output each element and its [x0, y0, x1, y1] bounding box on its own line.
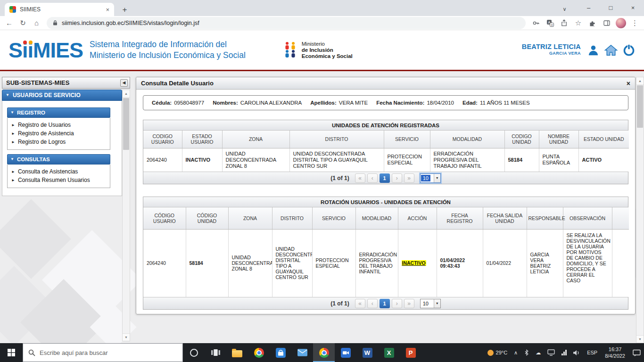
onedrive-cloud-icon[interactable]: ☁ [532, 343, 544, 362]
chrome-pinned-button[interactable] [248, 343, 270, 362]
search-input[interactable] [40, 349, 177, 356]
scrollbar-thumb[interactable] [637, 85, 643, 128]
store-button[interactable] [270, 343, 291, 362]
ministry-text: Ministerio de Inclusión Económica y Soci… [302, 41, 353, 59]
sidebar-item-consultas[interactable]: ▼ CONSULTAS [7, 154, 110, 165]
share-icon[interactable] [558, 17, 570, 29]
paginator-current-page[interactable]: 1 [380, 299, 390, 308]
sidebar-item-registro-de-usuarios[interactable]: ►Registro de Usuarios [9, 121, 108, 129]
sidebar-item-consulta-resumen-usuarios[interactable]: ►Consulta Resumen Usuarios [9, 176, 108, 184]
rows-per-page-select[interactable]: 10 ▼ [420, 173, 441, 183]
file-explorer-button[interactable] [226, 343, 248, 362]
language-indicator[interactable]: ESP [584, 343, 601, 362]
window-maximize-button[interactable]: □ [600, 0, 622, 16]
sidebar-item-registro-de-asistencia[interactable]: ►Registro de Asistencia [9, 129, 108, 138]
arrow-right-icon: ► [11, 140, 15, 144]
paginator-next-button[interactable]: › [392, 173, 402, 183]
chevron-down-icon: ▼ [10, 111, 14, 115]
page-content: SUB-SISTEMAS-MIES ◀ ▼ USUARIOS DE SERVIC… [0, 71, 644, 343]
rows-per-page-select[interactable]: 10 ▼ [420, 299, 441, 308]
start-button[interactable] [0, 343, 23, 362]
profile-avatar[interactable] [614, 17, 627, 29]
window-minimize-button[interactable]: – [578, 0, 600, 16]
arrow-right-icon: ► [11, 178, 15, 182]
window-close-button[interactable]: × [622, 0, 644, 16]
scroll-down-icon[interactable]: ▼ [636, 335, 644, 343]
paginator-first-button[interactable]: « [355, 173, 365, 183]
password-key-icon[interactable] [529, 17, 542, 29]
tab-title: SIIMIES [20, 6, 41, 13]
taskbar-search[interactable] [23, 343, 183, 362]
ministry-logo: Ministerio de Inclusión Económica y Soci… [283, 41, 353, 59]
translate-icon[interactable]: Aa [544, 17, 556, 29]
reload-icon[interactable]: ↻ [17, 17, 29, 29]
taskbar-clock[interactable]: 16:37 8/4/2022 [601, 343, 629, 362]
extensions-puzzle-icon[interactable] [586, 17, 599, 29]
word-button[interactable]: W [356, 343, 378, 362]
clock-date: 8/4/2022 [605, 353, 625, 359]
bookmark-star-icon[interactable]: ☆ [572, 17, 585, 29]
home-icon[interactable]: ⌂ [30, 17, 43, 29]
paginator-first-button[interactable]: « [355, 299, 365, 308]
camera-icon [341, 348, 351, 358]
excel-icon: X [384, 348, 394, 358]
scroll-down-icon[interactable]: ▼ [123, 333, 130, 341]
sidebar-item-usuarios-de-servicio[interactable]: ▼ USUARIOS DE SERVICIO [2, 90, 122, 101]
weather-widget[interactable]: 29°C [484, 343, 511, 362]
mail-button[interactable] [291, 343, 313, 362]
panel-close-icon[interactable]: × [627, 80, 630, 87]
user-profile-icon[interactable] [587, 44, 600, 57]
folder-icon [232, 350, 242, 357]
tab-search-chevron-icon[interactable]: ∨ [559, 3, 570, 15]
store-icon [276, 348, 286, 358]
paginator-last-button[interactable]: » [404, 173, 414, 183]
url-text: siimies.inclusion.gob.ec/SIIMIES/vistas/… [62, 20, 199, 26]
sidebar-item-consulta-de-asistencias[interactable]: ►Consulta de Asistencias [9, 167, 108, 176]
back-icon[interactable]: ← [3, 17, 16, 29]
sidebar-item-registro[interactable]: ▼ REGISTRO [7, 107, 110, 118]
page-scrollbar[interactable]: ▲ ▼ [636, 77, 644, 343]
logout-power-icon[interactable] [622, 43, 636, 57]
unidades-table-caption: UNIDADES DE ATENCIÓN REGISTRADAS [143, 120, 628, 131]
browser-navbar: ← ↻ ⌂ siimies.inclusion.gob.ec/SIIMIES/v… [0, 16, 644, 30]
sidebar-scrollbar[interactable]: ▲ ▼ [122, 90, 130, 341]
display-icon[interactable] [544, 343, 558, 362]
window-controls: – □ × [578, 0, 644, 16]
network-signal-icon[interactable] [558, 343, 570, 362]
paginator-last-button[interactable]: » [404, 299, 414, 308]
paginator-current-page[interactable]: 1 [380, 173, 390, 183]
hidden-icons-chevron[interactable]: ∧ [511, 343, 521, 362]
sidebar-header: SUB-SISTEMAS-MIES ◀ [2, 77, 130, 89]
scroll-up-icon[interactable]: ▲ [636, 77, 644, 85]
browser-tab[interactable]: SIIMIES × [5, 3, 114, 16]
bluetooth-icon[interactable] [521, 343, 532, 362]
camera-app-button[interactable] [335, 343, 356, 362]
paginator-prev-button[interactable]: ‹ [367, 173, 378, 183]
mail-icon [297, 349, 307, 356]
chrome-active-button[interactable] [313, 343, 335, 362]
chrome-icon [254, 348, 264, 358]
sidebar-collapse-icon[interactable]: ◀ [120, 79, 128, 87]
chrome-icon [319, 348, 329, 358]
paginator-next-button[interactable]: › [392, 299, 402, 308]
action-center-icon[interactable] [629, 343, 644, 362]
scrollbar-thumb[interactable] [123, 98, 129, 150]
paginator-prev-button[interactable]: ‹ [367, 299, 378, 308]
side-panel-icon[interactable] [600, 17, 613, 29]
address-bar[interactable]: siimies.inclusion.gob.ec/SIIMIES/vistas/… [47, 17, 526, 29]
new-tab-button[interactable]: + [119, 4, 131, 16]
volume-icon[interactable] [570, 343, 584, 362]
scroll-up-icon[interactable]: ▲ [123, 90, 130, 98]
tab-close-icon[interactable]: × [106, 7, 109, 13]
browser-menu-kebab-icon[interactable]: ⋮ [628, 17, 641, 29]
word-icon: W [363, 348, 372, 358]
powerpoint-button[interactable]: P [400, 343, 421, 362]
rotacion-table-caption: ROTACIÓN USUARIOS - UNIDADES DE ATENCIÓN [143, 197, 628, 207]
sidebar-group-registro: ▼ REGISTRO ►Registro de Usuarios ►Regist… [7, 107, 110, 150]
excel-button[interactable]: X [378, 343, 400, 362]
cortana-button[interactable] [183, 343, 205, 362]
task-view-button[interactable] [205, 343, 226, 362]
sidebar-item-registro-de-logros[interactable]: ►Registro de Logros [9, 138, 108, 146]
nombres-value: CAROLINA ALEXANDRA [240, 100, 302, 106]
home-shortcut-icon[interactable] [604, 44, 618, 57]
